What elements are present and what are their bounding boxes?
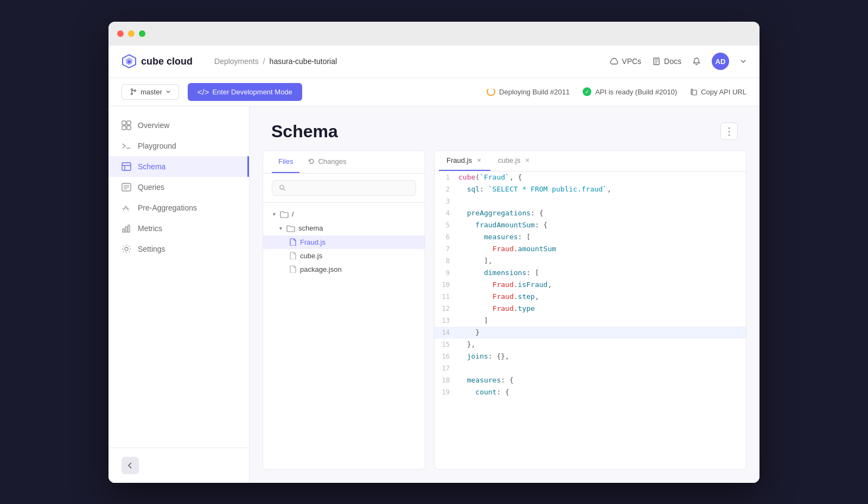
logo[interactable]: cube cloud [122,54,193,69]
vpcs-button[interactable]: VPCs [610,57,641,66]
svg-rect-25 [123,229,124,232]
bell-icon [692,57,701,66]
sidebar-item-pre-aggregations[interactable]: Pre-Aggregations [108,197,249,218]
close-fraud-tab[interactable]: ✕ [475,156,483,164]
playground-icon [122,141,131,151]
settings-icon [122,244,131,254]
logo-icon [122,54,137,69]
tree-file-package[interactable]: package.json [263,263,425,276]
chevron-down-icon: ▼ [278,226,283,231]
logo-text: cube cloud [141,56,193,67]
close-button[interactable] [117,30,124,37]
file-tree: ▼ / ▼ [263,203,425,469]
svg-line-30 [283,189,285,191]
tree-root[interactable]: ▼ / [263,207,425,221]
code-line-15: 15 }, [435,339,746,350]
tab-files[interactable]: Files [272,151,299,173]
code-line-1: 1 cube(`Fraud`, { [435,171,746,183]
sidebar: Overview Playground [108,106,250,483]
metrics-icon [122,224,131,233]
sidebar-item-metrics[interactable]: Metrics [108,218,249,239]
pre-aggregations-icon [122,203,131,213]
search-icon [279,184,286,192]
tree-file-fraud[interactable]: Fraud.js [263,235,425,249]
file-icon [289,252,297,259]
code-line-7: 7 Fraud.amountSum [435,243,746,255]
code-tab-cube-label: cube.js [498,156,520,164]
docs-button[interactable]: Docs [652,57,681,66]
code-line-11: 11 Fraud.step, [435,291,746,303]
code-line-5: 5 fraudAmountSum: { [435,219,746,231]
svg-point-29 [280,185,284,189]
metrics-label: Metrics [138,224,162,233]
minimize-button[interactable] [128,30,135,37]
code-line-2: 2 sql: `SELECT * FROM public.fraud`, [435,183,746,195]
svg-rect-12 [122,121,126,125]
cube-file-label: cube.js [300,252,322,260]
page-title: Schema [271,122,338,142]
copy-icon [690,88,698,95]
queries-label: Queries [138,183,164,192]
folder-icon [286,224,295,233]
code-line-4: 4 preAggregations: { [435,207,746,219]
code-line-9: 9 dimensions: [ [435,267,746,279]
sidebar-item-overview[interactable]: Overview [108,115,249,136]
collapse-sidebar-button[interactable] [122,457,139,474]
root-label: / [292,210,294,218]
svg-rect-13 [127,121,131,125]
svg-rect-26 [125,227,127,232]
code-tab-cube[interactable]: cube.js ✕ [490,151,539,171]
sidebar-item-settings[interactable]: Settings [108,239,249,259]
schema-icon [122,162,131,171]
breadcrumb-parent[interactable]: Deployments [214,57,259,66]
branch-icon [130,88,137,95]
tab-changes[interactable]: Changes [302,151,353,173]
breadcrumb-current: hasura-cube-tutorial [270,57,337,66]
svg-point-8 [131,93,133,95]
dev-mode-button[interactable]: </> Enter Development Mode [188,83,302,101]
notifications-button[interactable] [692,57,701,66]
pre-aggregations-label: Pre-Aggregations [138,203,197,212]
code-tab-fraud[interactable]: Fraud.js ✕ [439,151,490,171]
sidebar-item-schema[interactable]: Schema [108,156,249,177]
code-panel: Fraud.js ✕ cube.js ✕ 1 [434,150,746,470]
chevron-down-icon: ▼ [272,212,277,217]
app-window: cube cloud Deployments / hasura-cube-tut… [108,22,760,483]
folder-icon [280,210,289,219]
overview-icon [122,120,131,130]
avatar[interactable]: AD [712,53,729,70]
breadcrumb-separator: / [263,57,265,66]
sidebar-item-queries[interactable]: Queries [108,177,249,197]
code-line-13: 13 ] [435,315,746,327]
dropdown-chevron[interactable] [740,58,746,65]
copy-api-button[interactable]: Copy API URL [690,88,746,96]
file-tabs: Files Changes [263,151,425,174]
code-line-18: 18 measures: { [435,374,746,386]
svg-rect-14 [122,126,126,130]
content-area: Schema ⋮ Files [250,106,760,483]
close-cube-tab[interactable]: ✕ [524,156,531,164]
sidebar-item-playground[interactable]: Playground [108,136,249,156]
code-line-6: 6 measures: [ [435,231,746,243]
content-body: Files Changes [250,150,760,483]
titlebar [108,22,760,46]
changes-icon [308,158,315,164]
code-line-3: 3 [435,195,746,207]
tree-file-cube[interactable]: cube.js [263,249,425,263]
cloud-icon [610,57,618,66]
topnav: cube cloud Deployments / hasura-cube-tut… [108,46,760,78]
code-line-16: 16 joins: {}, [435,350,746,362]
maximize-button[interactable] [139,30,145,37]
app-body: cube cloud Deployments / hasura-cube-tut… [108,46,760,483]
code-editor[interactable]: 1 cube(`Fraud`, { 2 sql: `SELECT * FROM … [435,171,746,469]
more-options-button[interactable]: ⋮ [720,123,738,140]
code-tab-fraud-label: Fraud.js [446,156,472,164]
loading-spinner [487,87,495,96]
svg-rect-27 [128,225,130,232]
branch-button[interactable]: master [122,84,179,100]
arrow-left-icon [126,462,134,469]
sidebar-nav: Overview Playground [108,106,249,448]
tree-schema-folder[interactable]: ▼ schema [263,221,425,235]
search-input[interactable] [290,184,409,192]
chevron-down-icon [740,58,746,65]
